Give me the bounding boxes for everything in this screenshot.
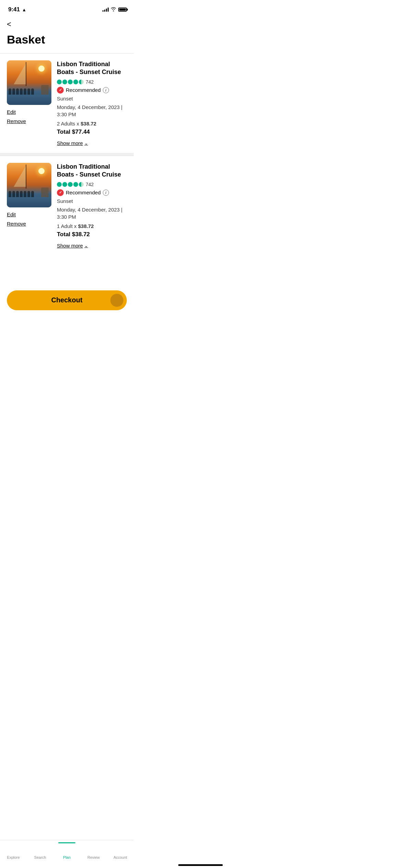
back-button[interactable]: < xyxy=(0,16,134,31)
info-icon[interactable]: i xyxy=(103,190,109,196)
recommended-row: Recommended i xyxy=(57,189,127,196)
show-more-button[interactable]: Show more ⌄ xyxy=(57,140,127,146)
item-total: Total $77.44 xyxy=(57,129,127,135)
recommended-label: Recommended xyxy=(66,87,101,93)
item-total: Total $38.72 xyxy=(57,231,127,238)
star-3 xyxy=(68,182,73,187)
basket-content: Edit Remove Lisbon Traditional Boats - S… xyxy=(0,53,134,307)
remove-button[interactable]: Remove xyxy=(7,118,26,124)
boat-thumbnail xyxy=(7,163,51,207)
review-count: 742 xyxy=(86,182,94,187)
review-count: 742 xyxy=(86,79,94,85)
checkout-bar: Checkout xyxy=(0,286,134,314)
show-more-button[interactable]: Show more ⌄ xyxy=(57,243,127,249)
item-details: Lisbon Traditional Boats - Sunset Cruise… xyxy=(57,163,127,249)
star-rating xyxy=(57,182,84,187)
item-left-col: Edit Remove xyxy=(7,60,51,146)
checkout-label: Checkout xyxy=(51,296,82,304)
info-icon[interactable]: i xyxy=(103,87,109,93)
status-time: 9:41 ▲ xyxy=(8,6,26,13)
remove-button[interactable]: Remove xyxy=(7,221,26,227)
edit-button[interactable]: Edit xyxy=(7,109,26,115)
star-1 xyxy=(57,80,62,84)
item-left-col: Edit Remove xyxy=(7,163,51,249)
star-5 xyxy=(79,182,84,187)
status-icons xyxy=(102,7,127,12)
star-4 xyxy=(73,80,78,84)
item-price: 1 Adult x $38.72 xyxy=(57,223,127,229)
recommended-label: Recommended xyxy=(66,190,101,195)
recommended-row: Recommended i xyxy=(57,87,127,94)
signal-icon xyxy=(102,8,109,12)
edit-remove-group: Edit Remove xyxy=(7,212,26,227)
section-divider xyxy=(0,153,134,156)
edit-remove-group: Edit Remove xyxy=(7,109,26,124)
stars-row: 742 xyxy=(57,182,127,187)
item-image xyxy=(7,163,51,207)
item-type: Sunset xyxy=(57,198,127,204)
page-title: Basket xyxy=(0,31,134,53)
item-title: Lisbon Traditional Boats - Sunset Cruise xyxy=(57,60,127,76)
item-title: Lisbon Traditional Boats - Sunset Cruise xyxy=(57,163,127,179)
star-rating xyxy=(57,80,84,84)
item-type: Sunset xyxy=(57,96,127,101)
star-4 xyxy=(73,182,78,187)
item-image xyxy=(7,60,51,105)
location-arrow-icon: ▲ xyxy=(22,7,26,12)
chevron-down-icon: ⌄ xyxy=(84,243,88,248)
star-1 xyxy=(57,182,62,187)
checkout-button[interactable]: Checkout xyxy=(7,290,127,310)
checkout-circle-icon xyxy=(110,294,123,307)
item-details: Lisbon Traditional Boats - Sunset Cruise… xyxy=(57,60,127,146)
edit-button[interactable]: Edit xyxy=(7,212,26,217)
item-price: 2 Adults x $38.72 xyxy=(57,121,127,126)
recommended-badge-icon xyxy=(57,87,64,94)
item-date: Monday, 4 December, 2023 | 3:30 PM xyxy=(57,104,127,118)
stars-row: 742 xyxy=(57,79,127,85)
battery-icon xyxy=(118,8,127,12)
star-5 xyxy=(79,80,84,84)
basket-item: Edit Remove Lisbon Traditional Boats - S… xyxy=(0,53,134,153)
chevron-down-icon: ⌄ xyxy=(84,141,88,146)
star-2 xyxy=(62,80,67,84)
basket-item: Edit Remove Lisbon Traditional Boats - S… xyxy=(0,156,134,255)
boat-thumbnail xyxy=(7,60,51,105)
recommended-badge-icon xyxy=(57,189,64,196)
star-3 xyxy=(68,80,73,84)
status-bar: 9:41 ▲ xyxy=(0,0,134,16)
item-date: Monday, 4 December, 2023 | 3:30 PM xyxy=(57,206,127,220)
star-2 xyxy=(62,182,67,187)
wifi-icon xyxy=(111,7,116,12)
